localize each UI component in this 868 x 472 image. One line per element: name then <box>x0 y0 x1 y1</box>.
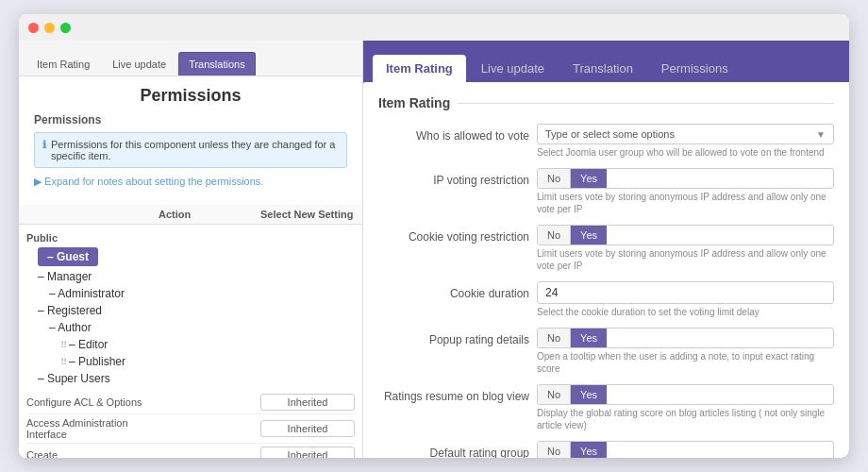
manager-label: – Manager <box>38 270 92 283</box>
tree-item-publisher[interactable]: ⠿ – Publisher <box>26 353 355 370</box>
right-tabs: Item Rating Live update Translation Perm… <box>363 41 849 82</box>
ip-voting-hint: Limit users vote by storing anonymous IP… <box>537 191 834 215</box>
field-ratings-blog: Ratings resume on blog view No Yes Displ… <box>378 384 834 431</box>
popup-rating-hint: Open a tooltip when the user is adding a… <box>537 350 834 375</box>
close-dot[interactable] <box>28 23 39 33</box>
default-rating-no-btn[interactable]: No <box>538 442 571 458</box>
actions-section: Configure ACL & Options Inherited Access… <box>19 391 362 458</box>
who-allowed-value: Type or select some options <box>545 128 675 140</box>
field-default-rating-input: No Yes If the rating group is not select… <box>537 441 834 458</box>
permissions-title: Permissions <box>34 86 347 106</box>
field-who-allowed-input: Type or select some options ▼ Select Joo… <box>537 124 834 159</box>
title-bar <box>19 14 849 41</box>
default-rating-yes-btn[interactable]: Yes <box>571 442 607 458</box>
cookie-voting-toggle: No Yes <box>537 225 834 245</box>
field-popup-rating: Popup rating details No Yes Open a toolt… <box>378 328 834 375</box>
right-panel: Item Rating Live update Translation Perm… <box>363 41 849 458</box>
tree-item-registered[interactable]: – Registered <box>26 302 355 319</box>
field-who-allowed: Who is allowed to vote Type or select so… <box>378 124 834 159</box>
who-allowed-hint: Select Joomla user group who will be all… <box>537 146 834 159</box>
tab-live-update[interactable]: Live update <box>468 55 558 82</box>
ip-voting-yes-btn[interactable]: Yes <box>571 169 607 188</box>
default-rating-toggle: No Yes <box>537 441 834 458</box>
author-label: – Author <box>49 321 92 334</box>
inherited-access-btn[interactable]: Inherited <box>260 420 355 437</box>
action-row-access: Access Administration Interface Inherite… <box>26 414 355 444</box>
ratings-blog-toggle: No Yes <box>537 384 834 405</box>
ratings-blog-yes-btn[interactable]: Yes <box>571 385 607 404</box>
field-ratings-blog-input: No Yes Display the global rating score o… <box>537 384 834 431</box>
popup-rating-yes-btn[interactable]: Yes <box>571 329 607 347</box>
info-text: Permissions for this component unless th… <box>51 139 339 161</box>
permissions-label: Permissions <box>34 113 347 126</box>
field-default-rating: Default rating group No Yes If the ratin… <box>378 441 834 458</box>
ip-voting-no-btn[interactable]: No <box>538 169 571 188</box>
tree-item-editor[interactable]: ⠿ – Editor <box>26 336 355 353</box>
ip-voting-toggle: No Yes <box>537 168 834 189</box>
popup-rating-toggle: No Yes <box>537 328 834 348</box>
ratings-blog-no-btn[interactable]: No <box>538 385 571 404</box>
table-header: Action Select New Setting <box>19 205 362 225</box>
editor-label: – Editor <box>69 338 108 351</box>
label-ratings-blog: Ratings resume on blog view <box>378 384 529 403</box>
tree-item-administrator[interactable]: – Administrator <box>26 285 355 302</box>
tree-item-manager[interactable]: – Manager <box>26 268 355 285</box>
col-group <box>26 209 159 220</box>
minimize-dot[interactable] <box>44 23 55 33</box>
label-cookie-duration: Cookie duration <box>378 281 529 300</box>
cookie-voting-hint: Limit users vote by storing anonymous IP… <box>537 247 834 272</box>
permissions-header: Permissions Permissions ℹ Permissions fo… <box>19 76 362 205</box>
field-ip-voting-input: No Yes Limit users vote by storing anony… <box>537 168 834 215</box>
action-create-label: Create <box>26 449 159 458</box>
expand-link[interactable]: ▶ Expand for notes about setting the per… <box>34 176 347 188</box>
label-default-rating: Default rating group <box>378 441 529 458</box>
label-ip-voting: IP voting restriction <box>378 168 529 187</box>
popup-rating-no-btn[interactable]: No <box>538 329 571 347</box>
administrator-label: – Administrator <box>49 287 125 300</box>
drag-handle-publisher[interactable]: ⠿ <box>60 357 67 367</box>
public-label: Public <box>26 228 355 245</box>
guest-label[interactable]: – Guest <box>38 247 98 266</box>
main-content: Item Rating Live update Translations Per… <box>19 41 849 458</box>
tab-item-rating-left[interactable]: Item Rating <box>26 52 100 76</box>
tab-translation[interactable]: Translation <box>559 55 646 82</box>
col-setting: Select New Setting <box>260 209 355 220</box>
tree-item-guest[interactable]: – Guest <box>26 245 355 268</box>
field-cookie-duration: Cookie duration 24 Select the cookie dur… <box>378 281 834 318</box>
drag-handle-editor[interactable]: ⠿ <box>60 340 67 350</box>
field-cookie-voting: Cookie voting restriction No Yes Limit u… <box>378 225 834 272</box>
info-box: ℹ Permissions for this component unless … <box>34 132 347 168</box>
who-allowed-select[interactable]: Type or select some options ▼ <box>537 124 834 144</box>
tab-permissions[interactable]: Permissions <box>648 55 742 82</box>
perm-table-wrap: Action Select New Setting Public – Guest… <box>19 205 362 458</box>
action-row-configure: Configure ACL & Options Inherited <box>26 391 355 414</box>
tab-translations-left[interactable]: Translations <box>178 52 256 76</box>
action-configure-label: Configure ACL & Options <box>26 396 159 408</box>
label-popup-rating: Popup rating details <box>378 328 529 346</box>
tab-item-rating[interactable]: Item Rating <box>373 55 466 82</box>
superusers-label: – Super Users <box>38 372 110 385</box>
main-window: Item Rating Live update Translations Per… <box>19 14 849 458</box>
field-cookie-voting-input: No Yes Limit users vote by storing anony… <box>537 225 834 272</box>
tree-section: Public – Guest – Manager <box>19 225 362 391</box>
maximize-dot[interactable] <box>60 23 71 33</box>
cookie-voting-no-btn[interactable]: No <box>538 226 571 244</box>
section-title: Item Rating <box>378 95 834 110</box>
cookie-duration-input[interactable]: 24 <box>537 281 834 304</box>
cookie-voting-yes-btn[interactable]: Yes <box>571 226 607 244</box>
label-cookie-voting: Cookie voting restriction <box>378 225 529 244</box>
inherited-create-btn[interactable]: Inherited <box>260 447 355 458</box>
label-who-allowed: Who is allowed to vote <box>378 124 529 143</box>
tab-live-update-left[interactable]: Live update <box>102 52 176 76</box>
right-content: Item Rating Who is allowed to vote Type … <box>363 82 849 458</box>
chevron-down-icon: ▼ <box>816 129 826 140</box>
action-access-label: Access Administration Interface <box>26 417 159 440</box>
tree-item-author[interactable]: – Author <box>26 319 355 336</box>
field-popup-rating-input: No Yes Open a tooltip when the user is a… <box>537 328 834 375</box>
col-action: Action <box>159 209 260 220</box>
tree-item-superusers[interactable]: – Super Users <box>26 370 355 387</box>
inherited-configure-btn[interactable]: Inherited <box>260 394 355 411</box>
action-row-create: Create Inherited <box>26 444 355 458</box>
info-icon: ℹ <box>42 139 46 151</box>
cookie-duration-hint: Select the cookie duration to set the vo… <box>537 306 834 318</box>
